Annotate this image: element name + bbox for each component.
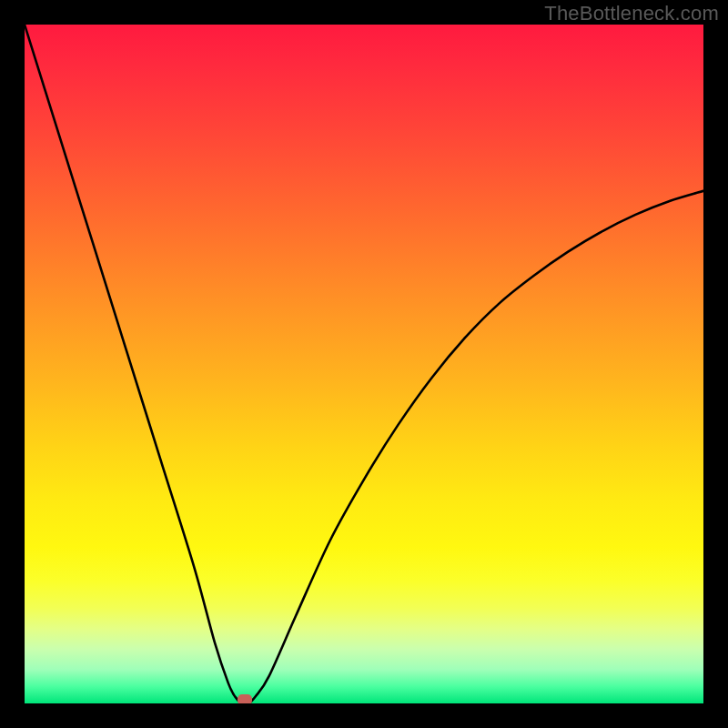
chart-frame: TheBottleneck.com	[0, 0, 728, 728]
bottleneck-curve	[25, 25, 703, 703]
optimal-point-marker	[238, 694, 252, 703]
watermark-text: TheBottleneck.com	[544, 2, 719, 25]
plot-area	[25, 25, 703, 703]
